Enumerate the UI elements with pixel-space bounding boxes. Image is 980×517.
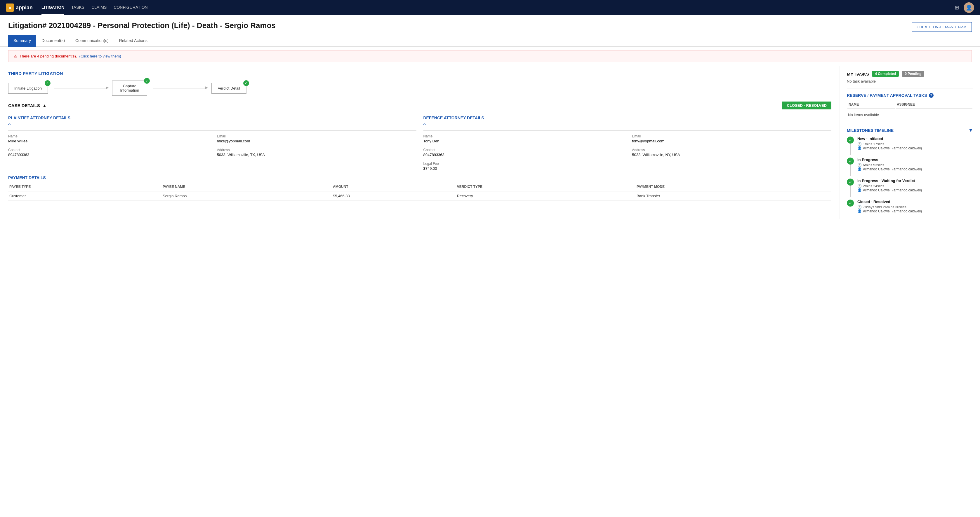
plaintiff-email-value: mike@yopmail.com xyxy=(217,139,417,143)
defence-field-email: Email tony@yopmail.com xyxy=(632,134,831,143)
defence-name-value: Tony Den xyxy=(423,139,623,143)
payment-table: PAYEE TYPE PAYEE NAME AMOUNT VERDICT TYP… xyxy=(8,182,831,201)
tab-documents[interactable]: Document(s) xyxy=(36,35,70,47)
reserve-divider xyxy=(847,123,973,123)
milestones-header: MILESTONES TIMELINE ▼ xyxy=(847,128,973,133)
step-check-1: ✓ xyxy=(144,78,150,84)
milestone-person-text-0: Armando Caldwell (armando.caldwell) xyxy=(863,146,922,150)
clock-icon-0: 🕐 xyxy=(858,142,862,146)
plaintiff-title: PLAINTIFF ATTORNEY DETAILS xyxy=(8,116,417,120)
milestone-time-2: 🕐 2mins 24secs xyxy=(858,184,973,188)
milestone-person-3: 👤 Armando Caldwell (armando.caldwell) xyxy=(858,209,973,213)
milestone-1: ✓ In Progress 🕐 6mins 53secs 👤 Armando C… xyxy=(847,157,973,176)
cell-payment-mode: Bank Transfer xyxy=(635,191,831,201)
case-details-header: CASE DETAILS ▲ CLOSED - RESOLVED xyxy=(8,101,831,109)
milestone-person-text-3: Armando Caldwell (armando.caldwell) xyxy=(863,209,922,213)
attorney-grid: PLAINTIFF ATTORNEY DETAILS ^ Name Mike W… xyxy=(8,116,831,171)
plaintiff-fields: Name Mike Willee Email mike@yopmail.com … xyxy=(8,134,417,157)
milestones-chevron[interactable]: ▼ xyxy=(968,128,973,133)
milestone-check-1: ✓ xyxy=(847,157,854,165)
defence-address-value: 5033, Williamsville, NY, USA xyxy=(632,152,831,157)
cell-payee-name: Sergio Ramos xyxy=(161,191,332,201)
milestone-time-0: 🕐 1mins 17secs xyxy=(858,142,973,146)
milestone-line-2 xyxy=(850,186,851,197)
nav-right: ⊞ 👤 xyxy=(955,2,974,13)
alert-link[interactable]: (Click here to view them) xyxy=(80,54,121,58)
milestone-person-2: 👤 Armando Caldwell (armando.caldwell) xyxy=(858,188,973,192)
logo-icon: a xyxy=(6,3,14,12)
milestone-icon-col-2: ✓ xyxy=(847,179,854,197)
col-payee-name: PAYEE NAME xyxy=(161,182,332,191)
milestone-person-text-2: Armando Caldwell (armando.caldwell) xyxy=(863,188,922,192)
cell-amount: $5,466.33 xyxy=(332,191,456,201)
milestone-time-text-2: 2mins 24secs xyxy=(863,184,884,188)
step-label-1: CaptureInformation xyxy=(120,84,139,92)
plaintiff-address-value: 5033, Williamsville, TX, USA xyxy=(217,152,417,157)
col-payment-mode: PAYMENT MODE xyxy=(635,182,831,191)
reserve-col-name: NAME xyxy=(848,101,895,109)
defence-field-name: Name Tony Den xyxy=(423,134,623,143)
defence-section: DEFENCE ATTORNEY DETAILS ^ Name Tony Den… xyxy=(423,116,832,171)
plaintiff-section: PLAINTIFF ATTORNEY DETAILS ^ Name Mike W… xyxy=(8,116,417,171)
info-icon[interactable]: ? xyxy=(929,93,934,98)
milestone-content-1: In Progress 🕐 6mins 53secs 👤 Armando Cal… xyxy=(858,157,973,176)
tab-communications[interactable]: Communication(s) xyxy=(70,35,114,47)
tab-summary[interactable]: Summary xyxy=(8,35,36,47)
create-task-button[interactable]: CREATE ON-DEMAND TASK xyxy=(912,22,972,32)
milestone-time-text-3: 78days 9hrs 26mins 36secs xyxy=(863,205,907,209)
plaintiff-field-email: Email mike@yopmail.com xyxy=(217,134,417,143)
step-box-0: Initiate Litigation ✓ xyxy=(8,83,48,94)
defence-contact-value: 8947893363 xyxy=(423,152,623,157)
defence-title: DEFENCE ATTORNEY DETAILS xyxy=(423,116,832,120)
milestone-2: ✓ In Progress - Waiting for Verdict 🕐 2m… xyxy=(847,179,973,197)
milestone-line-1 xyxy=(850,165,851,176)
col-payee-type: PAYEE TYPE xyxy=(8,182,161,191)
nav-link-litigation[interactable]: LITIGATION xyxy=(41,0,64,15)
milestone-person-text-1: Armando Caldwell (armando.caldwell) xyxy=(863,167,922,171)
milestone-0: ✓ New - Initiated 🕐 1mins 17secs 👤 Arman… xyxy=(847,136,973,155)
case-details-label: CASE DETAILS xyxy=(8,103,40,108)
main-content: THIRD PARTY LITIGATION Initiate Litigati… xyxy=(0,66,980,219)
right-panel: MY TASKS 4 Completed 0 Pending No task a… xyxy=(840,66,980,219)
my-tasks-title: MY TASKS xyxy=(847,71,869,76)
milestone-person-0: 👤 Armando Caldwell (armando.caldwell) xyxy=(858,146,973,150)
milestones-title: MILESTONES TIMELINE xyxy=(847,128,894,133)
page-title: Litigation# 2021004289 - Personal Protec… xyxy=(8,21,276,30)
step-label-0: Initiate Litigation xyxy=(14,86,42,90)
plaintiff-name-value: Mike Willee xyxy=(8,139,208,143)
my-tasks-header: MY TASKS 4 Completed 0 Pending xyxy=(847,71,973,77)
tab-related-actions[interactable]: Related Actions xyxy=(114,35,153,47)
step-box-1: CaptureInformation ✓ xyxy=(112,81,147,96)
milestone-content-3: Closed - Resolved 🕐 78days 9hrs 26mins 3… xyxy=(858,200,973,217)
workflow-arrow-1 xyxy=(147,88,212,89)
col-amount: AMOUNT xyxy=(332,182,456,191)
step-check-0: ✓ xyxy=(45,80,51,86)
person-icon-3: 👤 xyxy=(858,209,862,213)
milestone-content-0: New - Initiated 🕐 1mins 17secs 👤 Armando… xyxy=(858,136,973,155)
defence-address-label: Address xyxy=(632,148,831,152)
grid-icon[interactable]: ⊞ xyxy=(955,5,959,11)
person-icon-0: 👤 xyxy=(858,146,862,150)
defence-divider xyxy=(423,130,832,131)
defence-legal-fee-label: Legal Fee xyxy=(423,162,623,166)
tasks-divider xyxy=(847,88,973,89)
defence-field-legal-fee: Legal Fee $749.00 xyxy=(423,162,623,171)
plaintiff-field-name: Name Mike Willee xyxy=(8,134,208,143)
table-row: Customer Sergio Ramos $5,466.33 Recovery… xyxy=(8,191,831,201)
plaintiff-name-label: Name xyxy=(8,134,208,138)
workflow-step-2: Verdict Detail ✓ xyxy=(212,83,247,94)
col-verdict-type: VERDICT TYPE xyxy=(456,182,635,191)
page-header: Litigation# 2021004289 - Personal Protec… xyxy=(0,15,980,35)
step-label-2: Verdict Detail xyxy=(218,86,240,90)
nav-link-configuration[interactable]: CONFIGURATION xyxy=(114,0,148,15)
defence-fields: Name Tony Den Email tony@yopmail.com Con… xyxy=(423,134,832,171)
arrow-line-0 xyxy=(54,88,106,89)
status-badge: CLOSED - RESOLVED xyxy=(782,101,831,109)
nav-link-claims[interactable]: CLAIMS xyxy=(91,0,107,15)
logo: a appian xyxy=(6,3,33,12)
plaintiff-field-contact: Contact 8947893363 xyxy=(8,148,208,157)
nav-link-tasks[interactable]: TASKS xyxy=(71,0,84,15)
case-details-title: CASE DETAILS ▲ xyxy=(8,103,47,108)
milestone-check-0: ✓ xyxy=(847,136,854,144)
defence-field-address: Address 5033, Williamsville, NY, USA xyxy=(632,148,831,157)
